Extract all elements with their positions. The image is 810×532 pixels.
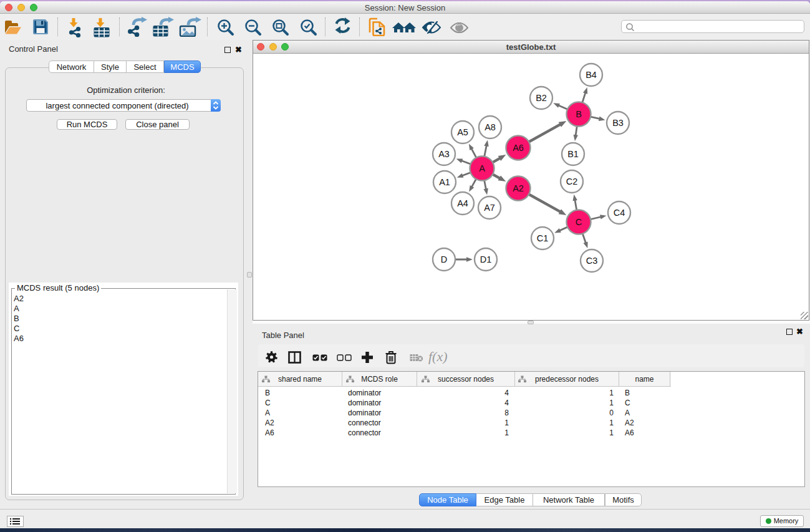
svg-text:D: D xyxy=(441,254,447,264)
svg-text:A5: A5 xyxy=(457,127,468,137)
svg-text:B2: B2 xyxy=(536,93,547,103)
svg-text:A3: A3 xyxy=(438,149,450,159)
svg-text:A: A xyxy=(479,163,485,173)
svg-text:B: B xyxy=(576,109,582,119)
svg-text:A8: A8 xyxy=(485,122,496,132)
svg-text:D1: D1 xyxy=(480,254,492,264)
svg-text:C1: C1 xyxy=(537,233,549,243)
svg-text:B4: B4 xyxy=(586,70,597,80)
svg-text:B3: B3 xyxy=(612,118,624,128)
svg-text:C4: C4 xyxy=(614,208,625,218)
svg-text:B1: B1 xyxy=(567,149,579,159)
svg-text:A6: A6 xyxy=(513,143,524,153)
svg-text:C: C xyxy=(576,217,582,227)
svg-text:A2: A2 xyxy=(513,183,524,193)
svg-text:C2: C2 xyxy=(566,177,578,186)
svg-text:A4: A4 xyxy=(457,198,468,208)
svg-text:A1: A1 xyxy=(439,177,450,187)
svg-text:C3: C3 xyxy=(586,256,598,266)
svg-text:A7: A7 xyxy=(484,203,495,213)
